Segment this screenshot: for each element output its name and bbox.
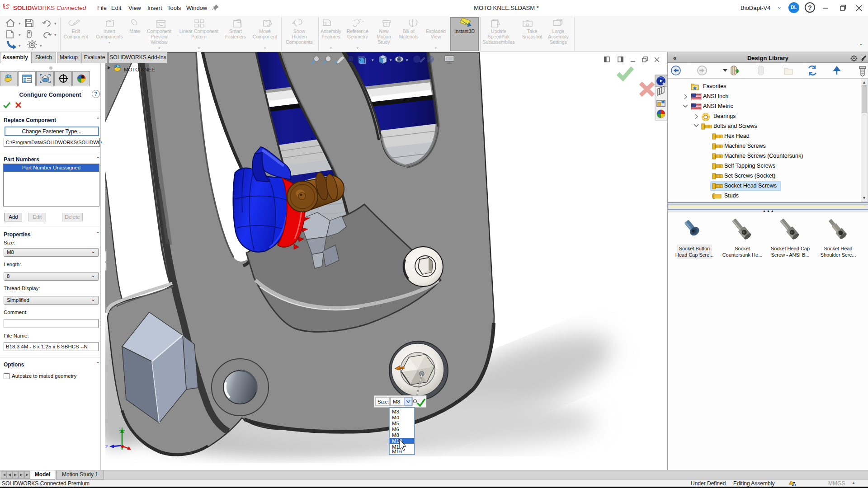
- svg-text:Set Screws (Socket): Set Screws (Socket): [724, 173, 775, 179]
- svg-text:▾: ▾: [19, 33, 21, 37]
- svg-text:▾: ▾: [19, 21, 21, 26]
- svg-text:Bearings: Bearings: [713, 113, 736, 119]
- svg-text:M4: M4: [392, 415, 400, 420]
- svg-text:MOTO KNEE: MOTO KNEE: [124, 67, 155, 72]
- svg-text:▾: ▾: [54, 33, 57, 37]
- svg-text:▾: ▾: [372, 58, 374, 62]
- svg-text:Studs: Studs: [724, 192, 739, 199]
- svg-text:Socket Head: Socket Head: [824, 246, 853, 251]
- svg-text:▾: ▾: [19, 43, 21, 48]
- svg-text:ANSI Inch: ANSI Inch: [703, 93, 728, 99]
- svg-text:Bolts and Screws: Bolts and Screws: [713, 123, 757, 129]
- svg-text:▾: ▾: [390, 58, 392, 62]
- svg-text:Size:: Size:: [377, 399, 389, 404]
- svg-text:M8: M8: [393, 399, 400, 404]
- svg-text:Machine Screws (Countersunk): Machine Screws (Countersunk): [724, 153, 803, 159]
- svg-text:▾: ▾: [406, 58, 408, 62]
- svg-text:Self Tapping Screws: Self Tapping Screws: [724, 163, 775, 169]
- svg-text:M8: M8: [392, 432, 399, 438]
- svg-text:Shoulder Scre...: Shoulder Scre...: [821, 252, 856, 258]
- svg-text:M6: M6: [392, 427, 399, 432]
- svg-text:Socket Head Cap: Socket Head Cap: [771, 246, 810, 251]
- svg-text:Socket Button: Socket Button: [679, 246, 710, 251]
- svg-text:Favorites: Favorites: [703, 83, 726, 89]
- svg-text:Countersunk He...: Countersunk He...: [722, 252, 763, 258]
- svg-text:M3: M3: [392, 409, 399, 414]
- svg-text:Machine Screws: Machine Screws: [724, 143, 766, 149]
- svg-text:Hex Head: Hex Head: [724, 133, 750, 139]
- svg-text:▾: ▾: [54, 21, 57, 26]
- svg-text:Screw - ANSI B...: Screw - ANSI B...: [771, 252, 810, 258]
- svg-text:▾: ▾: [437, 58, 439, 62]
- svg-text:Socket: Socket: [735, 246, 750, 251]
- svg-text:Z: Z: [105, 445, 108, 449]
- svg-text:Head Cap Scre...: Head Cap Scre...: [675, 252, 713, 258]
- svg-text:M5: M5: [392, 421, 399, 426]
- svg-text:Socket Head Screws: Socket Head Screws: [724, 183, 777, 189]
- svg-text:▾: ▾: [40, 43, 42, 48]
- svg-text:ANSI Metric: ANSI Metric: [703, 103, 733, 109]
- svg-text:M16: M16: [392, 449, 402, 454]
- svg-text:!: !: [790, 481, 791, 484]
